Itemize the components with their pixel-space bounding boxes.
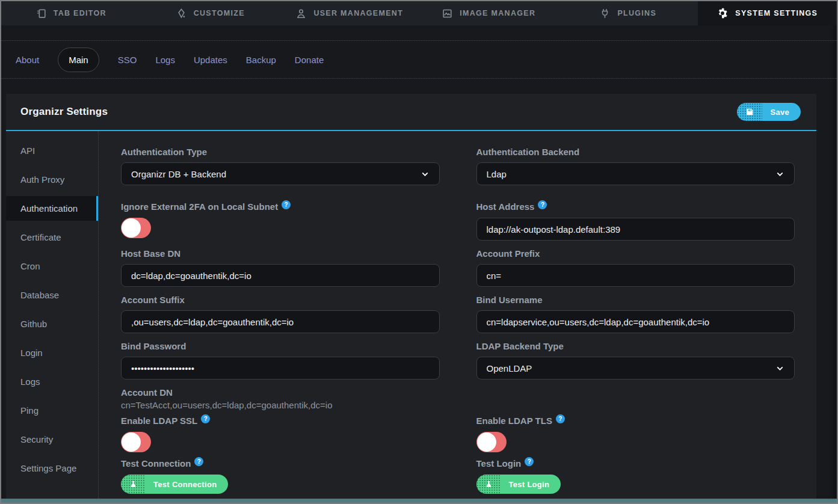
help-icon[interactable]: ?: [525, 457, 534, 466]
enable-ldap-tls-toggle[interactable]: [476, 432, 507, 452]
customize-icon: [176, 8, 187, 19]
toggle-knob: [477, 432, 496, 452]
authentication-type-label: Authentication Type: [121, 147, 440, 157]
field-authentication-type: Authentication Type Organizr DB + Backen…: [121, 147, 440, 185]
field-test-connection: Test Connection? Test Connection: [121, 458, 440, 494]
tab-updates[interactable]: Updates: [194, 55, 227, 65]
nav-label: CUSTOMIZE: [194, 9, 245, 17]
field-account-suffix: Account Suffix: [121, 295, 440, 333]
tab-sso[interactable]: SSO: [118, 55, 137, 65]
help-icon[interactable]: ?: [556, 414, 565, 423]
nav-customize[interactable]: CUSTOMIZE: [141, 1, 280, 25]
nav-label: PLUGINS: [617, 9, 656, 17]
tab-about[interactable]: About: [16, 55, 39, 65]
test-connection-button-label: Test Connection: [146, 480, 228, 489]
sidebar-item-api[interactable]: API: [6, 138, 98, 163]
sidebar-item-login[interactable]: Login: [6, 340, 98, 365]
account-dn-value: cn=TestAcct,ou=users,dc=ldap,dc=goauthen…: [121, 400, 440, 410]
test-connection-button[interactable]: Test Connection: [121, 475, 228, 494]
sidebar-item-database[interactable]: Database: [6, 283, 98, 307]
enable-ldap-ssl-toggle[interactable]: [121, 432, 151, 452]
bind-password-input[interactable]: [121, 357, 440, 380]
nav-tab-editor[interactable]: TAB EDITOR: [1, 1, 141, 25]
ldap-backend-type-label: LDAP Backend Type: [476, 341, 795, 351]
field-account-dn: Account DN cn=TestAcct,ou=users,dc=ldap,…: [121, 387, 440, 412]
sidebar-item-ping[interactable]: Ping: [6, 398, 98, 423]
authentication-type-select[interactable]: Organizr DB + Backend: [121, 162, 440, 185]
field-authentication-backend: Authentication Backend Ldap: [476, 147, 795, 185]
field-host-base-dn: Host Base DN: [121, 248, 440, 287]
help-icon[interactable]: ?: [194, 457, 203, 466]
system-settings-gear-icon: [716, 7, 729, 19]
nav-label: SYSTEM SETTINGS: [735, 9, 818, 17]
field-account-prefix: Account Prefix: [476, 248, 795, 287]
tab-logs[interactable]: Logs: [155, 55, 175, 65]
nav-user-management[interactable]: USER MANAGEMENT: [280, 1, 419, 25]
chevron-down-icon: [775, 170, 784, 179]
flask-icon: [121, 475, 146, 494]
sidebar-item-logs[interactable]: Logs: [6, 369, 98, 394]
field-enable-ldap-ssl: Enable LDAP SSL?: [121, 416, 440, 452]
select-value: Ldap: [487, 169, 507, 179]
field-host-address: Host Address?: [476, 201, 795, 241]
authentication-backend-label: Authentication Backend: [476, 147, 795, 157]
flask-icon: [476, 475, 501, 494]
enable-ldap-ssl-label: Enable LDAP SSL?: [121, 416, 440, 426]
test-login-label: Test Login?: [476, 458, 795, 469]
ldap-backend-type-select[interactable]: OpenLDAP: [476, 357, 795, 380]
bind-username-input[interactable]: [476, 310, 795, 333]
image-manager-icon: [442, 8, 453, 19]
ignore-2fa-toggle[interactable]: [121, 218, 151, 238]
tab-donate[interactable]: Donate: [295, 55, 324, 65]
sidebar-item-auth-proxy[interactable]: Auth Proxy: [6, 167, 98, 192]
user-management-icon: [295, 8, 307, 19]
sidebar-item-security[interactable]: Security: [6, 427, 98, 452]
sidebar-item-certificate[interactable]: Certificate: [6, 225, 98, 250]
help-icon[interactable]: ?: [201, 414, 210, 423]
save-floppy-icon: [737, 103, 762, 121]
tab-editor-icon: [35, 8, 47, 19]
help-icon[interactable]: ?: [282, 200, 291, 209]
page-title: Organizr Settings: [20, 106, 108, 118]
top-nav: TAB EDITOR CUSTOMIZE USER MANAGEMENT IMA…: [1, 1, 837, 25]
field-ldap-backend-type: LDAP Backend Type OpenLDAP: [476, 341, 795, 380]
account-suffix-input[interactable]: [121, 310, 440, 333]
bottom-strip: [1, 499, 837, 503]
authentication-backend-select[interactable]: Ldap: [476, 162, 795, 185]
bind-password-label: Bind Password: [121, 341, 440, 351]
save-button[interactable]: Save: [737, 103, 801, 121]
chevron-down-icon: [421, 170, 430, 179]
host-base-dn-label: Host Base DN: [121, 248, 440, 259]
nav-system-settings[interactable]: SYSTEM SETTINGS: [698, 1, 837, 25]
field-enable-ldap-tls: Enable LDAP TLS?: [476, 416, 795, 452]
authentication-form: Authentication Type Organizr DB + Backen…: [98, 131, 816, 499]
help-icon[interactable]: ?: [538, 200, 547, 209]
nav-label: IMAGE MANAGER: [460, 9, 535, 17]
tab-main[interactable]: Main: [58, 48, 99, 72]
bind-username-label: Bind Username: [476, 295, 795, 305]
select-value: OpenLDAP: [487, 363, 532, 373]
account-prefix-input[interactable]: [476, 264, 795, 287]
sidebar-item-settings-page[interactable]: Settings Page: [6, 456, 98, 481]
account-dn-label: Account DN: [121, 387, 440, 398]
nav-plugins[interactable]: PLUGINS: [558, 1, 698, 25]
panel-header: Organizr Settings Save: [6, 94, 816, 131]
settings-sidebar: API Auth Proxy Authentication Certificat…: [6, 131, 98, 499]
organizr-window: TAB EDITOR CUSTOMIZE USER MANAGEMENT IMA…: [0, 0, 838, 504]
test-login-button-label: Test Login: [501, 480, 561, 489]
host-base-dn-input[interactable]: [121, 264, 440, 287]
tab-backup[interactable]: Backup: [246, 55, 276, 65]
nav-image-manager[interactable]: IMAGE MANAGER: [419, 1, 559, 25]
sidebar-item-github[interactable]: Github: [6, 312, 98, 336]
account-prefix-label: Account Prefix: [476, 248, 795, 259]
sidebar-item-authentication[interactable]: Authentication: [6, 196, 98, 221]
field-bind-username: Bind Username: [476, 295, 795, 333]
chevron-down-icon: [775, 364, 784, 373]
account-suffix-label: Account Suffix: [121, 295, 440, 305]
host-address-input[interactable]: [476, 218, 795, 241]
save-button-label: Save: [762, 108, 801, 117]
select-value: Organizr DB + Backend: [131, 169, 226, 179]
sidebar-item-cron[interactable]: Cron: [6, 254, 98, 278]
test-connection-label: Test Connection?: [121, 458, 440, 469]
test-login-button[interactable]: Test Login: [476, 475, 561, 494]
